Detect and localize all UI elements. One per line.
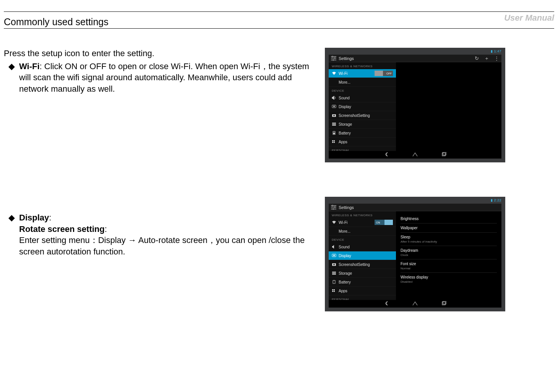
arrow-icon: → [128, 235, 136, 245]
screenshot-wifi-settings: ▮ 1:47 Settings ↻ ＋ ⋮ WIRELESS & NETWORK… [325, 48, 505, 162]
sidebar-header-wireless: WIRELESS & NETWORKS [329, 211, 396, 218]
svg-point-17 [333, 255, 335, 256]
refresh-icon[interactable]: ↻ [472, 55, 482, 61]
sidebar-item-wifi[interactable]: Wi-Fi ON OFF [329, 218, 396, 227]
sidebar-item-label: Storage [339, 271, 352, 275]
svg-rect-25 [332, 289, 333, 290]
sidebar-item-display[interactable]: Display [329, 251, 396, 260]
settings-sidebar: WIRELESS & NETWORKS Wi-Fi ON OFF [329, 211, 396, 302]
settings-icon [331, 56, 336, 61]
sidebar-item-label: Battery [339, 131, 351, 135]
wifi-toggle[interactable]: ON OFF [375, 220, 393, 225]
svg-rect-10 [332, 140, 333, 141]
sidebar-item-storage[interactable]: Storage [329, 120, 396, 129]
detail-wallpaper[interactable]: Wallpaper [401, 224, 497, 233]
storage-icon [332, 271, 336, 275]
svg-rect-14 [442, 153, 445, 156]
wifi-icon [332, 71, 336, 75]
sidebar-item-label: Apps [339, 289, 347, 293]
detail-sleep[interactable]: Sleep After 5 minutes of inactivity [401, 233, 497, 246]
sidebar-item-label: Wi-Fi [339, 71, 347, 76]
sidebar-item-screenshot[interactable]: ScreenshotSetting [329, 260, 396, 269]
sidebar-item-label: Display [339, 105, 351, 109]
menu-icon[interactable]: ⋮ [491, 55, 501, 61]
app-title: Settings [339, 205, 354, 210]
sidebar-item-label: ScreenshotSetting [339, 113, 370, 118]
recents-icon[interactable] [441, 152, 447, 158]
svg-rect-4 [332, 123, 336, 123]
svg-rect-5 [332, 124, 336, 125]
speaker-icon [332, 245, 336, 249]
wifi-bullet-body: Wi-Fi: Click ON or OFF to open or close … [19, 61, 317, 95]
sidebar-item-apps[interactable]: Apps [329, 287, 396, 295]
svg-rect-28 [334, 291, 335, 292]
svg-rect-8 [334, 131, 334, 131]
sidebar-item-label: ScreenshotSetting [339, 262, 370, 267]
detail-fontsize[interactable]: Font size Normal [401, 259, 497, 273]
sidebar-item-storage[interactable]: Storage [329, 269, 396, 278]
display-bullet-body: Display: [19, 212, 317, 224]
camera-icon [332, 262, 336, 266]
speaker-icon [332, 96, 336, 100]
recents-icon[interactable] [441, 301, 447, 307]
sidebar-item-more[interactable]: More... [329, 227, 396, 236]
apps-icon [332, 289, 336, 293]
sidebar-item-sound[interactable]: Sound [329, 243, 396, 251]
sidebar-item-display[interactable]: Display [329, 102, 396, 111]
svg-rect-6 [332, 125, 336, 126]
rotate-setting-line: Rotate screen setting: [19, 224, 317, 235]
detail-daydream[interactable]: Daydream Clock [401, 246, 497, 259]
header-user-manual: User Manual [504, 13, 554, 23]
sidebar-item-label: Apps [339, 140, 347, 144]
svg-rect-23 [333, 280, 335, 283]
svg-rect-11 [334, 140, 335, 141]
settings-icon [331, 205, 336, 210]
sidebar-item-battery[interactable]: Battery [329, 278, 396, 287]
wifi-label: Wi-Fi [19, 62, 40, 71]
detail-pane-empty [396, 62, 501, 153]
display-text-column: ◆ Display: Rotate screen setting: Enter … [4, 197, 317, 258]
svg-rect-22 [332, 274, 336, 275]
status-bar-time: ▮ 2:22 [491, 198, 501, 202]
intro-text: Press the setup icon to enter the settin… [4, 48, 317, 59]
android-navbar [329, 300, 501, 308]
svg-rect-12 [332, 142, 333, 143]
back-icon[interactable] [383, 301, 389, 307]
display-icon [332, 254, 336, 258]
detail-brightness[interactable]: Brightness [401, 214, 497, 224]
apps-icon [332, 140, 336, 144]
app-header: Settings [329, 204, 501, 211]
sidebar-item-sound[interactable]: Sound [329, 94, 396, 102]
sidebar-item-more[interactable]: More... [329, 78, 396, 87]
wifi-text: : Click ON or OFF to open or close Wi-Fi… [19, 62, 309, 94]
sidebar-item-wifi[interactable]: Wi-Fi ON OFF [329, 69, 396, 78]
svg-rect-27 [332, 291, 333, 292]
svg-point-3 [333, 115, 335, 117]
android-navbar [329, 151, 501, 159]
wifi-toggle[interactable]: ON OFF [375, 71, 393, 76]
home-icon[interactable] [412, 152, 418, 158]
status-bar-time: ▮ 1:47 [491, 49, 501, 53]
battery-icon [332, 131, 336, 135]
top-rule [4, 11, 554, 12]
battery-icon [332, 280, 336, 284]
back-icon[interactable] [383, 152, 389, 158]
settings-sidebar: WIRELESS & NETWORKS Wi-Fi ON OFF [329, 62, 396, 153]
sidebar-header-device: DEVICE [329, 87, 396, 94]
add-icon[interactable]: ＋ [482, 55, 491, 62]
sidebar-item-label: More... [339, 229, 350, 233]
app-header: Settings ↻ ＋ ⋮ [329, 55, 501, 62]
svg-point-1 [333, 106, 335, 107]
detail-pane-display: Brightness Wallpaper Sleep After 5 minut… [396, 211, 501, 302]
svg-rect-30 [443, 301, 446, 304]
svg-rect-9 [333, 133, 335, 134]
rotate-label: Rotate screen setting [19, 224, 105, 234]
sidebar-item-screenshot[interactable]: ScreenshotSetting [329, 111, 396, 120]
sidebar-item-apps[interactable]: Apps [329, 138, 396, 146]
display-label: Display [19, 213, 49, 222]
sidebar-header-device: DEVICE [329, 236, 396, 243]
detail-wireless-display[interactable]: Wireless display Disabled [401, 273, 497, 286]
sidebar-item-label: Sound [339, 96, 350, 100]
home-icon[interactable] [412, 301, 418, 307]
sidebar-item-battery[interactable]: Battery [329, 129, 396, 138]
